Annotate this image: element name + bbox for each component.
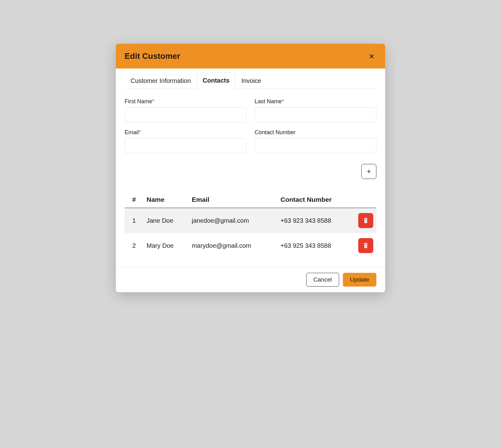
modal-footer: Cancel Update — [116, 267, 385, 292]
cell-name: Mary Doe — [143, 233, 189, 258]
update-button[interactable]: Update — [343, 273, 376, 287]
required-marker: * — [152, 98, 154, 104]
delete-row-button[interactable] — [358, 213, 373, 228]
col-name: Name — [143, 191, 189, 208]
table-row: 1Jane Doejanedoe@gmail.com+63 923 343 85… — [125, 208, 376, 233]
tabs: Customer Information Contacts Invoice — [125, 72, 376, 89]
modal-body: Customer Information Contacts Invoice Fi… — [116, 72, 385, 267]
trash-icon — [363, 242, 369, 249]
cell-name: Jane Doe — [143, 208, 189, 233]
contact-number-input[interactable] — [255, 138, 376, 153]
tab-invoice[interactable]: Invoice — [235, 72, 267, 89]
contact-number-label: Contact Number — [255, 129, 376, 136]
edit-customer-modal: Edit Customer Customer Information Conta… — [116, 44, 385, 292]
col-contact-number: Contact Number — [277, 191, 355, 208]
col-actions — [355, 191, 376, 208]
contact-number-field-group: Contact Number — [255, 129, 376, 153]
email-input[interactable] — [125, 138, 246, 153]
add-row-container — [125, 164, 376, 179]
required-marker: * — [139, 129, 141, 135]
plus-icon — [366, 168, 372, 175]
modal-title: Edit Customer — [125, 51, 180, 61]
cell-contact-number: +63 923 343 8588 — [277, 208, 355, 233]
last-name-input[interactable] — [255, 107, 376, 122]
cell-contact-number: +63 925 343 8588 — [277, 233, 355, 258]
last-name-field-group: Last Name* — [255, 98, 376, 122]
cell-actions — [355, 233, 376, 258]
first-name-field-group: First Name* — [125, 98, 246, 122]
close-button[interactable] — [367, 52, 376, 61]
email-field-group: Email* — [125, 129, 246, 153]
table-row: 2Mary Doemarydoe@gmail.com+63 925 343 85… — [125, 233, 376, 258]
email-label: Email* — [125, 129, 246, 136]
contact-form: First Name* Last Name* Email* Contact Nu… — [125, 98, 376, 153]
cell-email: marydoe@gmail.com — [189, 233, 277, 258]
tab-contacts[interactable]: Contacts — [197, 72, 235, 89]
first-name-input[interactable] — [125, 107, 246, 122]
col-index: # — [125, 191, 143, 208]
first-name-label: First Name* — [125, 98, 246, 105]
cancel-button[interactable]: Cancel — [306, 273, 339, 287]
contacts-table: # Name Email Contact Number 1Jane Doejan… — [125, 191, 376, 258]
cell-index: 2 — [125, 233, 143, 258]
delete-row-button[interactable] — [358, 238, 373, 253]
modal-header: Edit Customer — [116, 44, 385, 69]
col-email: Email — [189, 191, 277, 208]
tab-customer-information[interactable]: Customer Information — [125, 72, 197, 89]
trash-icon — [363, 217, 369, 224]
close-icon — [368, 53, 375, 60]
cell-index: 1 — [125, 208, 143, 233]
cell-email: janedoe@gmail.com — [189, 208, 277, 233]
add-contact-button[interactable] — [361, 164, 376, 179]
cell-actions — [355, 208, 376, 233]
last-name-label: Last Name* — [255, 98, 376, 105]
required-marker: * — [282, 98, 284, 104]
